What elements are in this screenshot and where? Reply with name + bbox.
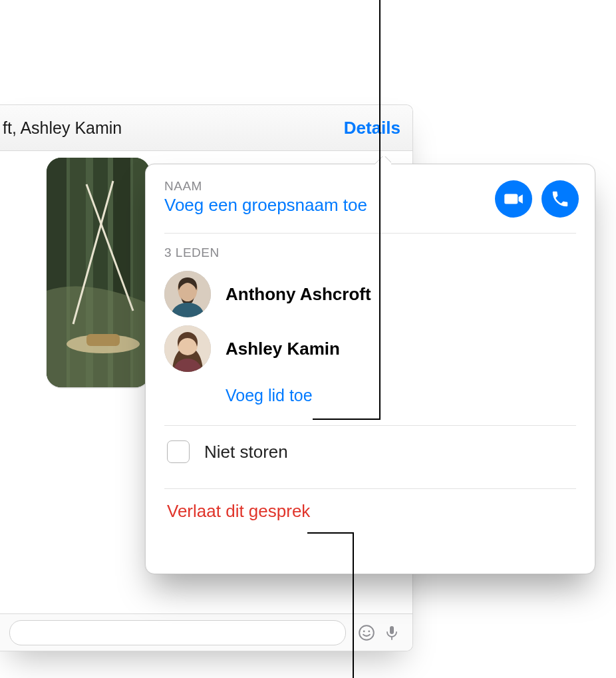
leave-conversation-button[interactable]: Verlaat dit gesprek [164, 489, 576, 533]
avatar [164, 271, 211, 317]
member-row[interactable]: Anthony Ashcroft [164, 267, 576, 321]
emoji-icon[interactable] [355, 621, 378, 644]
dnd-label: Niet storen [204, 442, 288, 462]
member-name: Anthony Ashcroft [226, 284, 371, 305]
conversation-participants: ft, Ashley Kamin [0, 118, 122, 138]
titlebar: ft, Ashley Kamin Details [0, 105, 412, 151]
details-button[interactable]: Details [344, 105, 400, 150]
details-popover: NAAM Voeg een groepsnaam toe 3 LEDEN [145, 164, 595, 574]
callout-line [379, 0, 381, 419]
callout-line [353, 532, 354, 678]
svg-rect-9 [86, 334, 120, 346]
callout-line [313, 419, 381, 420]
member-name: Ashley Kamin [226, 339, 340, 359]
svg-point-10 [359, 625, 374, 640]
compose-bar [0, 613, 412, 651]
popover-arrow [375, 156, 391, 164]
audio-call-button[interactable] [541, 180, 579, 218]
svg-point-11 [363, 630, 365, 632]
callout-line [307, 532, 354, 534]
add-member-button[interactable]: Voeg lid toe [164, 376, 576, 415]
members-count-label: 3 LEDEN [164, 246, 576, 260]
do-not-disturb-row[interactable]: Niet storen [164, 426, 576, 478]
svg-point-12 [368, 630, 370, 632]
dnd-checkbox[interactable] [167, 440, 190, 463]
shared-photo[interactable] [47, 158, 150, 387]
svg-rect-13 [390, 626, 394, 634]
avatar [164, 325, 211, 372]
mic-icon[interactable] [381, 621, 403, 644]
video-call-button[interactable] [495, 180, 532, 218]
message-input[interactable] [9, 620, 346, 645]
member-row[interactable]: Ashley Kamin [164, 321, 576, 376]
